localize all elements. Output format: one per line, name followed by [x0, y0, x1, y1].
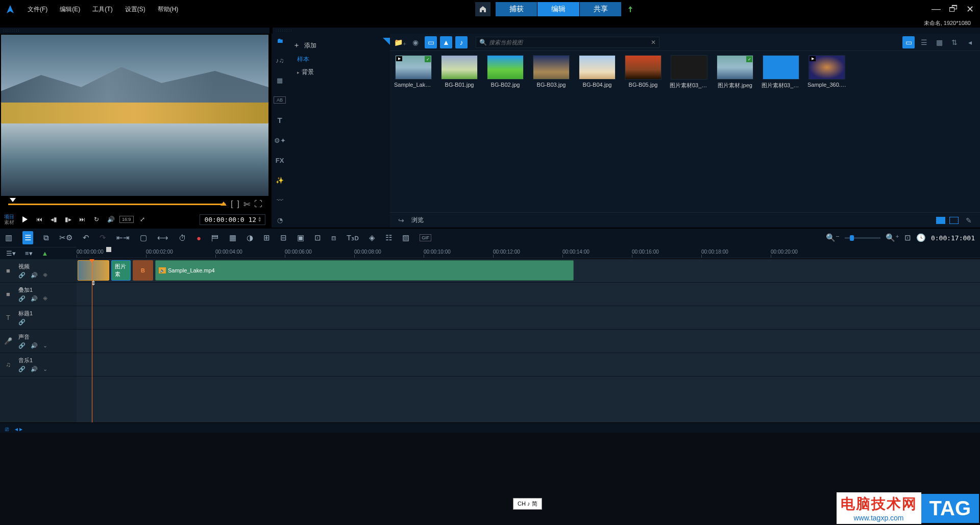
preview-viewport[interactable]: [1, 35, 268, 196]
overlay-track-row[interactable]: [77, 283, 980, 306]
speed-icon[interactable]: ⏱: [179, 234, 186, 242]
next-frame-button[interactable]: ▮▸: [62, 214, 74, 225]
panel-grip[interactable]: ::::::::: [273, 28, 980, 34]
preview-scrubber[interactable]: [ ] ✄ ⛶: [0, 197, 270, 211]
link-icon[interactable]: 🔗: [18, 295, 26, 302]
upload-icon[interactable]: [623, 2, 638, 16]
thumbnail[interactable]: BG-B04.jpg: [578, 55, 617, 89]
footer-outline-box-icon[interactable]: [949, 217, 959, 224]
thumbnail[interactable]: ✓图片素材.jpeg: [716, 55, 754, 89]
settings-icon[interactable]: ✂⚙: [59, 233, 72, 242]
loop-button[interactable]: ↻: [91, 214, 102, 225]
multicam-icon[interactable]: ▦: [229, 233, 236, 242]
clip-thumbnail-1[interactable]: [78, 260, 109, 281]
playhead[interactable]: [92, 259, 92, 422]
music-track-row[interactable]: [77, 353, 980, 377]
path-icon[interactable]: 〰: [274, 196, 286, 204]
favorite-corner-icon[interactable]: [383, 38, 390, 45]
go-end-button[interactable]: ⏭: [77, 214, 88, 225]
chevron-down-icon[interactable]: ⌄: [43, 366, 47, 372]
color-icon[interactable]: ▨: [402, 233, 409, 242]
copy-attrs-icon[interactable]: ⧉: [43, 233, 49, 242]
audio-icon[interactable]: 🔊: [31, 272, 38, 279]
link-icon[interactable]: 🔗: [18, 342, 26, 349]
maximize-button[interactable]: 🗗: [947, 4, 960, 15]
voice-track-row[interactable]: [77, 330, 980, 353]
audio-icon[interactable]: 🔊: [31, 342, 38, 349]
add-track-icon[interactable]: ▲: [42, 249, 48, 257]
footer-edit-icon[interactable]: ✎: [963, 214, 975, 227]
video-track-row[interactable]: 图片素 B 🔊 Sample_Lake.mp4 ⇕: [77, 259, 980, 283]
mark-out-icon[interactable]: ]: [235, 199, 241, 209]
thumbnail[interactable]: 图片素材03_副...: [670, 55, 708, 89]
menu-file[interactable]: 文件(F): [22, 3, 53, 16]
fx-toggle-icon[interactable]: ⁜: [43, 272, 47, 279]
footer-blue-box-icon[interactable]: [936, 217, 945, 224]
timeline-ruler[interactable]: 00:00:00:0000:00:02:0000:00:04:0000:00:0…: [77, 247, 980, 258]
chevron-down-icon[interactable]: ⌄: [43, 342, 47, 349]
link-icon[interactable]: 🔗: [18, 272, 26, 279]
audio-icon[interactable]: ♪♫: [274, 57, 286, 64]
view-list-icon[interactable]: ☰: [918, 36, 930, 48]
clip-video-main[interactable]: 🔊 Sample_Lake.mp4: [155, 260, 574, 281]
timeline-canvas[interactable]: 图片素 B 🔊 Sample_Lake.mp4 ⇕: [77, 259, 980, 422]
status-icon-2[interactable]: ◂ ▸: [15, 426, 22, 433]
import-icon[interactable]: 📁₊: [394, 36, 406, 48]
add-folder-button[interactable]: ＋ 添加: [288, 38, 390, 53]
clip-thumbnail-3[interactable]: B: [133, 260, 153, 281]
thumbnail[interactable]: BG-B01.jpg: [440, 55, 479, 89]
tab-edit[interactable]: 编辑: [537, 2, 579, 16]
fx-toggle-icon[interactable]: ⁜: [43, 295, 47, 302]
3d-title-icon[interactable]: T₃ᴅ: [347, 233, 359, 242]
filter-audio-icon[interactable]: ♪: [455, 36, 468, 48]
chapter-icon[interactable]: ▣: [297, 233, 304, 242]
stretch-icon[interactable]: ⟷: [157, 233, 168, 242]
storyboard-view-icon[interactable]: ▥: [5, 233, 12, 242]
record-icon[interactable]: ◉: [409, 36, 422, 48]
home-button[interactable]: [475, 2, 491, 16]
overlay-icon[interactable]: ⚙✦: [274, 137, 286, 144]
track-header-voice[interactable]: 🎤 声音 🔗🔊⌄: [0, 330, 77, 353]
track-header-title1[interactable]: T 标题1 🔗: [0, 306, 77, 330]
thumbnail[interactable]: BG-B03.jpg: [532, 55, 571, 89]
track-header-music1[interactable]: ♫ 音乐1 🔗🔊⌄: [0, 353, 77, 377]
paint-icon[interactable]: ◈: [369, 233, 375, 242]
go-start-button[interactable]: ⏮: [34, 214, 45, 225]
aspect-ratio-label[interactable]: 16:9: [119, 216, 134, 223]
clock-icon[interactable]: 🕓: [916, 233, 926, 242]
tree-item-background[interactable]: 背景: [288, 66, 390, 79]
marker-icon[interactable]: ⛿: [211, 234, 219, 242]
filter-photo-icon[interactable]: ▲: [440, 36, 452, 48]
menu-edit[interactable]: 编辑(E): [55, 3, 85, 16]
tab-share[interactable]: 共享: [579, 2, 621, 16]
audio-icon[interactable]: 🔊: [31, 295, 38, 302]
audio-icon[interactable]: 🔊: [31, 366, 38, 372]
thumbnail[interactable]: BG-B02.jpg: [486, 55, 525, 89]
grid-tool-icon[interactable]: ⊞: [263, 233, 270, 242]
crop-icon[interactable]: ⧈: [331, 233, 336, 242]
mode-clip-label[interactable]: 素材: [4, 219, 14, 225]
timeline-timecode[interactable]: 0:00:17:001: [931, 234, 975, 242]
gif-icon[interactable]: GIF: [420, 234, 431, 241]
close-button[interactable]: ✕: [964, 4, 976, 15]
ripple-icon[interactable]: ⇤⇥: [116, 233, 130, 242]
link-icon[interactable]: 🔗: [18, 366, 26, 372]
timeline-view-icon[interactable]: ☰: [22, 231, 33, 244]
minimize-button[interactable]: —: [929, 4, 943, 15]
split-icon[interactable]: ✄: [241, 199, 252, 209]
view-large-icon[interactable]: ▭: [902, 36, 915, 48]
thumbnail[interactable]: 图片素材03_副...: [762, 55, 800, 89]
browse-label[interactable]: 浏览: [411, 216, 424, 224]
redo-icon[interactable]: ↷: [100, 233, 106, 242]
subtitle-icon[interactable]: ☷: [385, 233, 392, 242]
zoom-out-icon[interactable]: 🔍⁻: [826, 233, 840, 242]
scrubber-playhead-icon[interactable]: [10, 198, 16, 202]
thumbnail[interactable]: BG-B05.jpg: [624, 55, 663, 89]
motion-icon[interactable]: ▦: [274, 77, 286, 84]
title-icon[interactable]: T: [274, 116, 286, 124]
sort-icon[interactable]: ⇅: [948, 36, 961, 48]
volume-icon[interactable]: 🔊: [105, 214, 116, 225]
mask-icon[interactable]: ◑: [247, 233, 253, 242]
view-grid-icon[interactable]: ▦: [933, 36, 945, 48]
tree-item-sample[interactable]: 样本: [288, 53, 390, 66]
